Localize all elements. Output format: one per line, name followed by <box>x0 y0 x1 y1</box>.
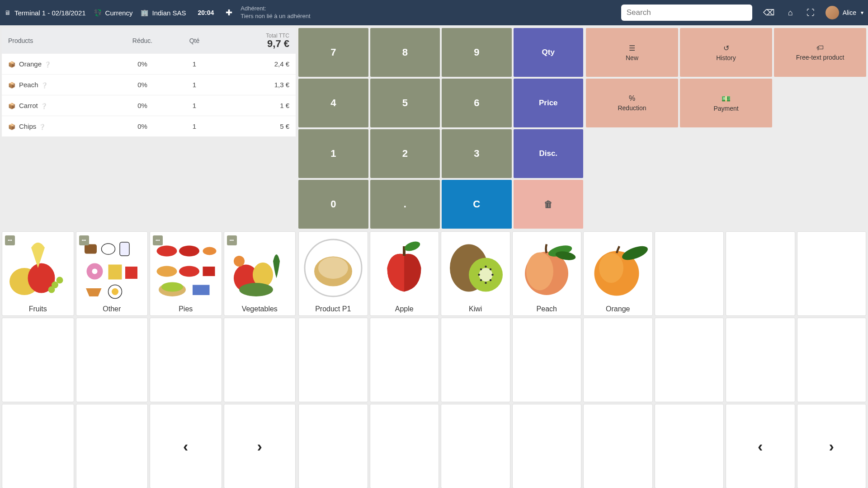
svg-rect-10 <box>108 265 122 280</box>
key-5[interactable]: 5 <box>370 79 440 127</box>
terminal-info[interactable]: 🖥 Terminal 1 - 02/18/2021 <box>5 9 86 17</box>
key-dot[interactable]: . <box>370 180 440 229</box>
svg-point-42 <box>478 274 480 276</box>
svg-point-14 <box>156 246 177 257</box>
svg-rect-22 <box>193 285 210 296</box>
terminal-label: Terminal 1 - 02/18/2021 <box>14 9 86 17</box>
empty-tile <box>370 404 439 488</box>
tag-icon: ••• <box>153 235 163 245</box>
key-9[interactable]: 9 <box>442 28 512 77</box>
add-button[interactable]: ✚ <box>226 8 232 18</box>
cube-icon: 📦 <box>8 123 15 130</box>
avatar <box>826 6 839 19</box>
svg-rect-5 <box>85 244 97 254</box>
key-delete[interactable]: 🗑 <box>514 180 584 229</box>
home-icon[interactable]: ⌂ <box>785 8 796 18</box>
empty-tile <box>726 231 795 316</box>
action-payment[interactable]: 💵Payment <box>680 79 772 127</box>
action-reduction[interactable]: %Reduction <box>586 79 678 127</box>
key-1[interactable]: 1 <box>298 129 368 178</box>
chevron-right-icon: › <box>257 437 262 455</box>
action-freetext[interactable]: 🏷Free-text product <box>774 28 866 77</box>
product-label: Peach <box>537 304 557 315</box>
category-fruits[interactable]: ••• Fruits <box>2 231 74 316</box>
category-other[interactable]: ••• Other <box>76 231 148 316</box>
svg-point-37 <box>490 268 492 271</box>
category-next-button[interactable]: › <box>224 404 296 488</box>
empty-tile <box>76 404 148 488</box>
svg-rect-7 <box>120 242 129 256</box>
empty-tile <box>370 318 439 402</box>
currency-info[interactable]: 💱 Currency <box>94 9 133 17</box>
product-label: Orange <box>606 304 630 315</box>
col-qte: Qté <box>167 37 222 44</box>
backspace-icon[interactable]: ⌫ <box>760 8 777 18</box>
product-p1[interactable]: Product P1 <box>298 231 368 316</box>
action-history[interactable]: ↺History <box>680 28 772 77</box>
col-total: Total TTC 9,7 € <box>222 33 289 49</box>
key-6[interactable]: 6 <box>442 79 512 127</box>
svg-point-21 <box>161 282 183 292</box>
action-new[interactable]: ☰New <box>586 28 678 77</box>
key-clear[interactable]: C <box>442 180 512 229</box>
invoice-row[interactable]: 📦Chips❔ 0% 1 5 € <box>2 116 296 136</box>
currency-label: Currency <box>105 9 133 17</box>
invoice-row[interactable]: 📦Carrot❔ 0% 1 1 € <box>2 95 296 116</box>
tag-icon: 🏷 <box>816 44 824 52</box>
fullscreen-icon[interactable]: ⛶ <box>804 8 817 18</box>
svg-point-45 <box>526 253 553 291</box>
key-qty[interactable]: Qty <box>514 28 584 77</box>
empty-tile <box>512 404 582 488</box>
tag-icon: ••• <box>5 235 15 245</box>
category-label: Fruits <box>29 304 47 315</box>
col-reduc: Réduc. <box>118 37 167 44</box>
invoice-row[interactable]: 📦Peach❔ 0% 1 1,3 € <box>2 74 296 95</box>
empty-tile <box>2 318 74 402</box>
currency-icon: 💱 <box>94 9 102 16</box>
svg-point-43 <box>480 268 482 271</box>
col-products: Products <box>8 37 118 44</box>
key-0[interactable]: 0 <box>298 180 368 229</box>
user-menu[interactable]: Alice ▾ <box>826 6 863 19</box>
trash-icon: 🗑 <box>544 199 553 210</box>
svg-point-18 <box>179 266 199 277</box>
company-label: Indian SAS <box>152 9 186 17</box>
key-3[interactable]: 3 <box>442 129 512 178</box>
product-prev-button[interactable]: ‹ <box>726 404 795 488</box>
empty-tile <box>441 404 510 488</box>
key-4[interactable]: 4 <box>298 79 368 127</box>
keypad: 7 8 9 Qty 4 5 6 Price 1 2 3 Disc. 0 . C … <box>298 28 583 229</box>
key-disc[interactable]: Disc. <box>514 129 584 178</box>
product-kiwi[interactable]: Kiwi <box>441 231 510 316</box>
product-orange[interactable]: Orange <box>583 231 653 316</box>
category-label: Other <box>103 304 121 315</box>
category-prev-button[interactable]: ‹ <box>150 404 222 488</box>
key-7[interactable]: 7 <box>298 28 368 77</box>
svg-point-16 <box>203 247 216 255</box>
svg-point-38 <box>491 274 494 276</box>
category-label: Pies <box>179 304 193 315</box>
empty-tile <box>298 318 368 402</box>
product-label: Kiwi <box>469 304 482 315</box>
svg-rect-11 <box>125 267 137 279</box>
invoice-panel: Products Réduc. Qté Total TTC 9,7 € 📦Ora… <box>2 28 296 229</box>
product-peach[interactable]: Peach <box>512 231 582 316</box>
key-2[interactable]: 2 <box>370 129 440 178</box>
empty-tile <box>298 404 368 488</box>
company-info[interactable]: 🏢 Indian SAS <box>141 9 186 17</box>
invoice-row[interactable]: 📦Orange❔ 0% 1 2,4 € <box>2 53 296 74</box>
product-next-button[interactable]: › <box>797 404 867 488</box>
category-vegetables[interactable]: ••• Vegetables <box>224 231 296 316</box>
category-label: Vegetables <box>242 304 278 315</box>
product-apple[interactable]: Apple <box>370 231 439 316</box>
category-pies[interactable]: ••• Pies <box>150 231 222 316</box>
adherent-label: Adhérent: <box>241 5 310 13</box>
user-name: Alice <box>843 9 856 16</box>
key-8[interactable]: 8 <box>370 28 440 77</box>
search-input[interactable] <box>621 5 752 21</box>
svg-point-30 <box>318 257 348 279</box>
empty-tile <box>655 404 724 488</box>
empty-tile <box>726 318 795 402</box>
key-price[interactable]: Price <box>514 79 584 127</box>
total-value: 9,7 € <box>222 39 289 49</box>
